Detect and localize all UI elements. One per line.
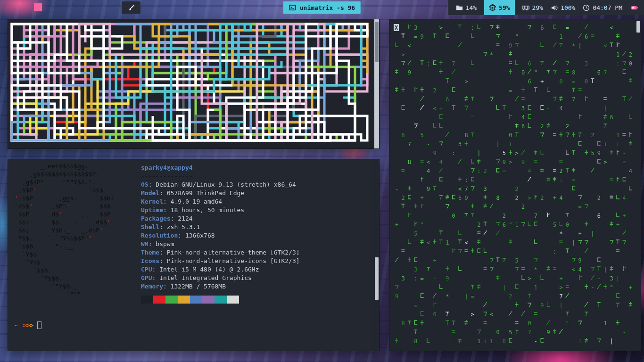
terminal-icon — [289, 4, 296, 11]
pipes-terminal-window[interactable] — [8, 19, 380, 149]
pipes-scrollbar-track[interactable] — [374, 19, 379, 148]
system-info-rows: OS: Debian GNU/Linux 9.13 (stretch) x86_… — [141, 181, 300, 291]
palette-swatch-5 — [202, 296, 215, 304]
memory-usage-value: 29% — [532, 4, 543, 11]
bar-modules: 14% 59% 29% — [448, 0, 644, 15]
info-row-memory: Memory: 1322MB / 5768MB — [141, 282, 300, 291]
volume-module[interactable]: 100% — [551, 0, 575, 15]
memory-module[interactable]: 29% — [522, 0, 543, 15]
palette-swatch-0 — [141, 296, 153, 304]
cpu-usage-value: 59% — [499, 4, 510, 11]
prompt-cwd: ~ — [15, 322, 18, 329]
info-row-os: OS: Debian GNU/Linux 9.13 (stretch) x86_… — [141, 181, 300, 189]
ram-icon — [522, 4, 529, 11]
clock-module[interactable]: 04:07 PM — [583, 0, 622, 15]
disk-module[interactable]: 14% — [456, 0, 477, 15]
neofetch-scrollbar-thumb[interactable] — [375, 257, 379, 300]
unimatrix-terminal-window[interactable] — [389, 19, 641, 351]
info-row-gpu: GPU: Intel Integrated Graphics — [141, 274, 300, 282]
top-bar: unimatrix -s 96 14% 59% — [0, 0, 644, 15]
palette-swatch-6 — [215, 296, 227, 304]
matrix-canvas — [392, 22, 635, 348]
palette-swatch-2 — [165, 296, 178, 304]
info-row-theme: Theme: Pink-nord-alternative-theme [GTK2… — [141, 248, 300, 257]
prompt-cursor — [37, 321, 41, 329]
info-row-resolution: Resolution: 644x362 — [141, 231, 300, 240]
volume-value: 100% — [561, 4, 575, 11]
matrix-scrollbar-thumb[interactable] — [636, 21, 640, 33]
pipes-scrollbar-thumb[interactable] — [375, 22, 379, 62]
info-row-model: Model: 0578A99 ThinkPad Edge — [141, 189, 300, 197]
paintbrush-launcher[interactable] — [122, 1, 140, 14]
prompt-chevron: > — [26, 321, 29, 329]
folder-icon — [456, 4, 463, 11]
user-host-title: sparky4@xappy4 — [141, 164, 300, 172]
neofetch-terminal-window[interactable]: _,met$$$$$gg. ,g$$$$$$$$$$$$$$$P. ,g$$P"… — [8, 159, 380, 351]
battery-icon — [630, 4, 639, 11]
disk-usage-value: 14% — [466, 4, 477, 11]
workspace-indicator[interactable] — [34, 3, 42, 11]
info-row-cpu: CPU: Intel i5 M 480 (4) @ 2.6GHz — [141, 265, 300, 274]
palette-swatch-7 — [227, 296, 239, 304]
pipes-canvas — [9, 21, 372, 146]
prompt-chevron: > — [30, 321, 33, 329]
info-row-uptime: Uptime: 18 hours, 50 minutes — [141, 206, 300, 214]
cpu-module[interactable]: 59% — [484, 0, 514, 15]
title-separator: -------------- — [141, 172, 300, 181]
palette-swatch-3 — [178, 296, 190, 304]
color-palette — [141, 296, 300, 304]
window-title-module: unimatrix -s 96 — [283, 1, 361, 14]
battery-module[interactable] — [630, 0, 639, 15]
neofetch-scrollbar-track[interactable] — [374, 159, 379, 351]
clock-icon — [583, 4, 590, 11]
matrix-scrollbar-track[interactable] — [636, 19, 641, 351]
neofetch-output: _,met$$$$$gg. ,g$$$$$$$$$$$$$$$P. ,g$$P"… — [8, 159, 379, 304]
shell-prompt[interactable]: ~ >>> — [15, 321, 41, 329]
info-row-wm: WM: bspwm — [141, 240, 300, 248]
prompt-chevrons: >>> — [23, 321, 33, 329]
info-row-icons: Icons: Pink-nord-alternative-icons [GTK2… — [141, 257, 300, 265]
info-row-packages: Packages: 2124 — [141, 214, 300, 223]
info-row-kernel: Kernel: 4.9.0-19-amd64 — [141, 197, 300, 206]
info-row-shell: Shell: zsh 5.3.1 — [141, 223, 300, 231]
paintbrush-icon — [128, 4, 135, 11]
debian-ascii-art: _,met$$$$$gg. ,g$$$$$$$$$$$$$$$P. ,g$$P"… — [15, 162, 141, 304]
palette-swatch-1 — [153, 296, 165, 304]
focused-window-title: unimatrix -s 96 — [300, 4, 355, 11]
desktop: unimatrix -s 96 14% 59% — [0, 0, 644, 362]
cpu-icon — [489, 4, 496, 11]
clock-value: 04:07 PM — [593, 4, 622, 11]
speaker-icon — [551, 4, 558, 11]
palette-swatch-4 — [190, 296, 202, 304]
system-info: sparky4@xappy4 -------------- OS: Debian… — [141, 162, 300, 304]
